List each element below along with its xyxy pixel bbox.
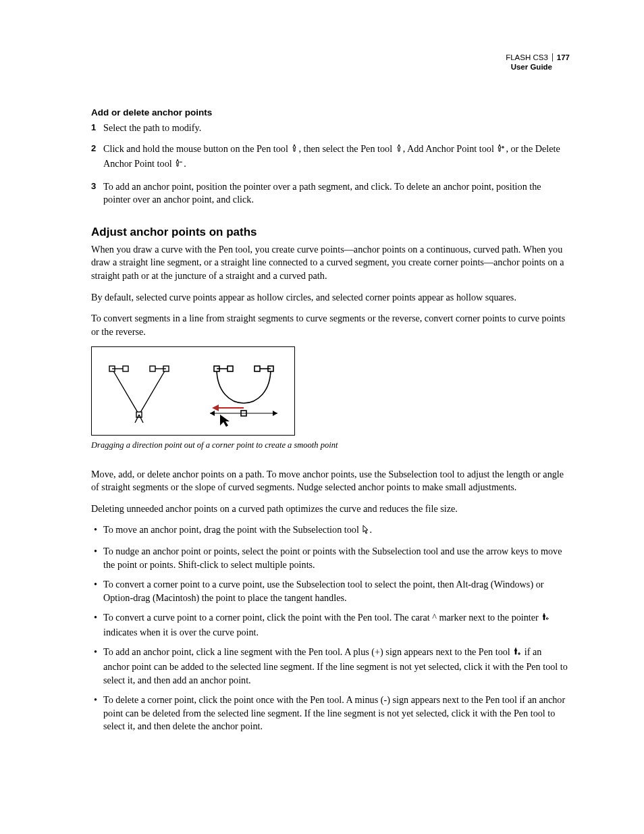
bullet-text-part: indicates when it is over the curve poin… bbox=[103, 627, 259, 637]
steps-list: 1 Select the path to modify. 2 Click and… bbox=[91, 122, 570, 207]
body-paragraph: By default, selected curve points appear… bbox=[91, 291, 570, 305]
bullet-list: To move an anchor point, drag the point … bbox=[91, 523, 570, 733]
step-1: 1 Select the path to modify. bbox=[91, 122, 570, 135]
step-text-part: Click and hold the mouse button on the P… bbox=[103, 143, 290, 154]
bullet-text-part: To convert a curve point to a corner poi… bbox=[103, 612, 541, 623]
svg-marker-18 bbox=[210, 411, 215, 416]
header-divider bbox=[552, 53, 553, 61]
step-2: 2 Click and hold the mouse button on the… bbox=[91, 142, 570, 172]
list-item: To delete a corner point, click the poin… bbox=[91, 694, 570, 733]
svg-marker-20 bbox=[212, 405, 219, 411]
step-text: To add an anchor point, position the poi… bbox=[103, 181, 541, 205]
doc-title: User Guide bbox=[91, 62, 570, 72]
section-heading-adjust: Adjust anchor points on paths bbox=[91, 226, 570, 239]
figure-corner-to-smooth bbox=[91, 346, 295, 436]
page-number: 177 bbox=[557, 53, 570, 62]
svg-rect-15 bbox=[254, 366, 260, 371]
bullet-text-part: To add an anchor point, click a line seg… bbox=[103, 646, 512, 657]
svg-rect-4 bbox=[123, 366, 128, 371]
bullet-text: To delete a corner point, click the poin… bbox=[103, 694, 565, 731]
step-3: 3 To add an anchor point, position the p… bbox=[91, 180, 570, 207]
bullet-text: To nudge an anchor point or points, sele… bbox=[103, 546, 562, 570]
body-paragraph: To convert segments in a line from strai… bbox=[91, 312, 570, 338]
list-item: To convert a corner point to a curve poi… bbox=[91, 578, 570, 604]
figure-caption: Dragging a direction point out of a corn… bbox=[91, 440, 570, 451]
subhead-add-delete: Add or delete anchor points bbox=[91, 107, 570, 118]
svg-marker-21 bbox=[220, 415, 230, 427]
step-text-part: , Add Anchor Point tool bbox=[403, 143, 497, 154]
pen-add-point-icon bbox=[512, 647, 522, 660]
body-paragraph: Move, add, or delete anchor points on a … bbox=[91, 468, 570, 494]
bullet-text: To convert a corner point to a curve poi… bbox=[103, 579, 543, 603]
subselection-tool-icon bbox=[361, 525, 369, 538]
add-anchor-point-tool-icon bbox=[496, 144, 506, 157]
pen-tool-icon bbox=[395, 144, 403, 157]
svg-marker-17 bbox=[273, 411, 277, 416]
list-item: To add an anchor point, click a line seg… bbox=[91, 646, 570, 687]
step-text: Select the path to modify. bbox=[103, 122, 201, 133]
step-number: 2 bbox=[91, 142, 96, 155]
list-item: To move an anchor point, drag the point … bbox=[91, 523, 570, 538]
svg-rect-6 bbox=[150, 366, 155, 371]
step-number: 3 bbox=[91, 180, 96, 192]
pen-tool-icon bbox=[290, 144, 298, 157]
bullet-text-part: . bbox=[369, 524, 372, 535]
page: FLASH CS3 177 User Guide Add or delete a… bbox=[0, 0, 644, 782]
step-number: 1 bbox=[91, 122, 96, 134]
step-text-part: , then select the Pen tool bbox=[298, 143, 394, 154]
list-item: To convert a curve point to a corner poi… bbox=[91, 611, 570, 639]
list-item: To nudge an anchor point or points, sele… bbox=[91, 545, 570, 571]
body-paragraph: Deleting unneeded anchor points on a cur… bbox=[91, 502, 570, 516]
step-text-part: . bbox=[184, 158, 186, 169]
body-paragraph: When you draw a curve with the Pen tool,… bbox=[91, 243, 570, 283]
bullet-text-part: To move an anchor point, drag the point … bbox=[103, 524, 361, 535]
product-name: FLASH CS3 bbox=[506, 53, 548, 62]
running-header: FLASH CS3 177 User Guide bbox=[91, 53, 570, 72]
delete-anchor-point-tool-icon bbox=[174, 159, 184, 172]
pen-convert-point-icon bbox=[541, 613, 550, 626]
svg-rect-13 bbox=[227, 366, 233, 371]
